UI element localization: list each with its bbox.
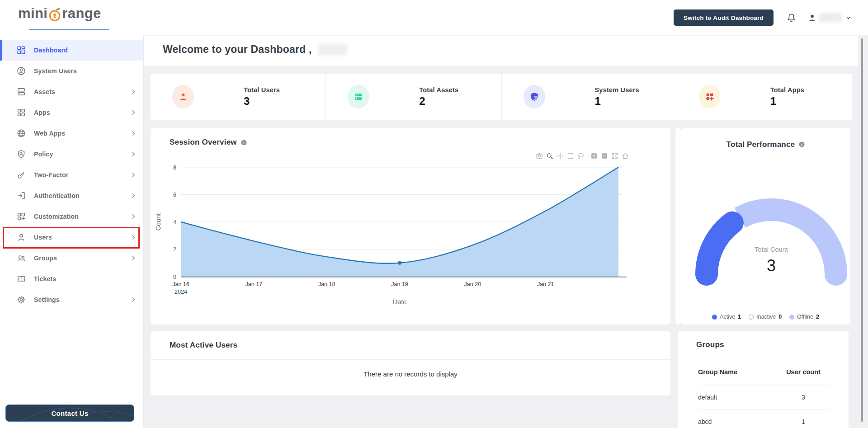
stat-total-assets: Total Assets2 (326, 74, 501, 120)
stat-label: Total Users (244, 86, 280, 94)
sidebar-item-label: Authentication (34, 192, 80, 199)
sidebar-item-label: Users (34, 234, 52, 241)
svg-text:Jan 21: Jan 21 (537, 281, 554, 287)
sidebar-item-apps[interactable]: Apps (0, 102, 143, 123)
sidebar-item-label: System Users (34, 67, 77, 75)
logo-text-prefix: mini (18, 5, 47, 22)
stat-total-apps: Total Apps1 (677, 74, 852, 120)
group-name-cell: default (698, 394, 776, 401)
sidebar-item-tickets[interactable]: Tickets (0, 268, 143, 289)
sidebar-item-label: Apps (34, 109, 50, 116)
user-count-cell: 1 (776, 418, 830, 425)
total-performance-title: Total Performance (726, 140, 795, 149)
stats-summary-card: Total Users3Total Assets2System Users1To… (151, 74, 852, 120)
legend-dot-icon (712, 315, 717, 320)
stat-user-icon (172, 85, 194, 108)
svg-text:8: 8 (173, 165, 176, 171)
legend-item-inactive[interactable]: Inactive0 (749, 314, 782, 320)
brand-logo[interactable]: mini range (18, 5, 101, 22)
sidebar-item-groups[interactable]: Groups (0, 248, 143, 268)
sidebar-item-system-users[interactable]: System Users (0, 61, 143, 81)
logo-text-suffix: range (62, 5, 101, 22)
vertical-scrollbar[interactable] (861, 38, 863, 422)
groups-table-header: Group NameUser count (698, 359, 830, 385)
settings-icon (16, 295, 26, 305)
stat-value: 1 (595, 95, 639, 108)
chevron-right-icon (130, 193, 137, 199)
notifications-bell-icon[interactable] (786, 13, 797, 23)
sidebar-item-policy[interactable]: Policy (0, 144, 143, 165)
legend-dot-icon (789, 315, 794, 320)
customization-icon (16, 212, 26, 221)
sidebar-item-label: Settings (34, 296, 60, 303)
chevron-right-icon (130, 151, 137, 157)
stat-label: System Users (595, 86, 639, 94)
svg-text:Date: Date (393, 298, 407, 306)
legend-value: 0 (778, 314, 782, 320)
tickets-icon (16, 274, 26, 284)
table-row-abcd: abcd1 (698, 409, 830, 428)
total-performance-card: Total Performance Total Count3 Active1In… (681, 128, 850, 325)
stat-system-users: System Users1 (501, 74, 677, 120)
user-avatar-icon (807, 13, 817, 23)
stat-value: 1 (770, 95, 804, 108)
stat-value: 2 (419, 95, 458, 108)
svg-text:Jan 17: Jan 17 (245, 281, 263, 287)
top-bar: mini range Switch to Audit Dashboard (0, 0, 868, 35)
svg-text:Count: Count (155, 213, 162, 231)
chevron-right-icon (130, 172, 137, 178)
authentication-icon (16, 191, 26, 201)
most-active-users-card: Most Active Users There are no records t… (151, 331, 670, 395)
sidebar-item-label: Two-Factor (34, 171, 68, 179)
legend-label: Offline (797, 314, 813, 320)
sidebar-item-settings[interactable]: Settings (0, 289, 143, 310)
groups-title: Groups (696, 340, 724, 349)
svg-text:6: 6 (173, 192, 176, 198)
chevron-right-icon (130, 255, 137, 261)
logo-underline (29, 29, 109, 30)
svg-text:Jan 18: Jan 18 (318, 281, 335, 287)
orange-lock-logo-icon (48, 6, 61, 23)
sidebar: DashboardSystem UsersAssetsAppsWeb AppsP… (0, 35, 144, 428)
chevron-right-icon (130, 109, 137, 116)
session-overview-card: Session Overview 02468Jan 162024Jan 17Ja… (151, 128, 670, 325)
sidebar-item-users[interactable]: Users (0, 227, 143, 248)
legend-item-offline[interactable]: Offline2 (789, 314, 819, 320)
dashboard-page: mini range Switch to Audit Dashboard (0, 0, 868, 428)
info-icon[interactable] (799, 141, 805, 147)
group-name-cell: abcd (698, 418, 776, 425)
sidebar-item-web-apps[interactable]: Web Apps (0, 123, 143, 144)
users-icon (16, 232, 26, 242)
table-row-default: default3 (698, 385, 830, 409)
sidebar-item-label: Customization (34, 213, 79, 220)
stat-value: 3 (244, 95, 280, 108)
svg-text:2: 2 (173, 246, 176, 253)
policy-icon (16, 149, 26, 159)
chevron-right-icon (130, 296, 137, 303)
performance-gauge-chart: Total Count3 (681, 161, 850, 310)
legend-item-active[interactable]: Active1 (712, 314, 741, 320)
sidebar-item-dashboard[interactable]: Dashboard (0, 40, 143, 61)
sidebar-item-label: Web Apps (34, 130, 65, 137)
chevron-right-icon (130, 130, 137, 136)
svg-text:Total Count: Total Count (755, 246, 788, 253)
assets-icon (16, 87, 26, 97)
dashboard-icon (16, 45, 26, 55)
sidebar-item-label: Tickets (34, 275, 56, 282)
stat-label: Total Apps (770, 86, 804, 94)
stat-shield-user-icon (524, 85, 545, 108)
switch-to-audit-dashboard-button[interactable]: Switch to Audit Dashboard (674, 9, 774, 26)
sidebar-item-assets[interactable]: Assets (0, 81, 143, 102)
sidebar-item-two-factor[interactable]: Two-Factor (0, 165, 143, 185)
user-menu[interactable] (807, 13, 851, 23)
redacted-user-name (819, 13, 842, 22)
stat-total-users: Total Users3 (151, 74, 326, 120)
dropdown-caret-icon (846, 15, 851, 20)
sidebar-item-label: Groups (34, 254, 57, 262)
contact-us-button[interactable]: Contact Us (5, 404, 134, 422)
sidebar-item-authentication[interactable]: Authentication (0, 185, 143, 206)
sidebar-item-customization[interactable]: Customization (0, 206, 143, 227)
legend-dot-icon (749, 315, 754, 320)
legend-value: 2 (816, 314, 819, 320)
sidebar-nav: DashboardSystem UsersAssetsAppsWeb AppsP… (0, 35, 143, 310)
